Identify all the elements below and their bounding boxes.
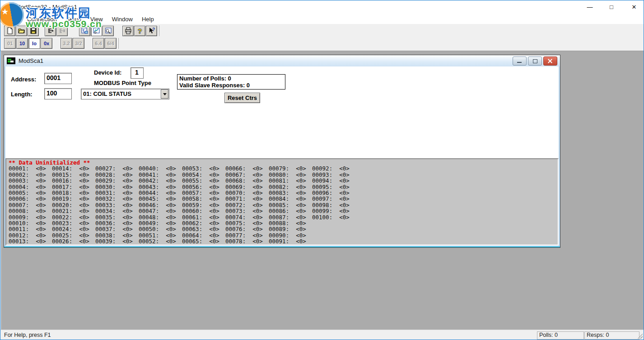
- maximize-button[interactable]: □: [604, 0, 619, 14]
- minimize-icon: [517, 62, 522, 63]
- register-cell: 00010: <0>: [9, 220, 52, 226]
- data-chart-icon: [93, 27, 100, 34]
- child-window-title: ModSca1: [19, 57, 43, 64]
- register-cell: 00043: <0>: [139, 184, 182, 190]
- register-cell: 00072: <0>: [225, 202, 269, 208]
- child-close-button[interactable]: [543, 57, 557, 66]
- register-cell: 00024: <0>: [52, 226, 95, 232]
- format-decimal-button[interactable]: 10: [16, 38, 28, 49]
- register-row: 00012: <0>00025: <0>00038: <0>00051: <0>…: [9, 232, 558, 238]
- register-row: 00010: <0>00023: <0>00036: <0>00049: <0>…: [9, 220, 558, 226]
- child-title-bar[interactable]: ModSca1: [4, 55, 560, 66]
- register-cell: 00029: <0>: [95, 178, 139, 184]
- register-cell: 00031: <0>: [95, 190, 139, 196]
- new-file-button[interactable]: [4, 26, 15, 36]
- register-cell: 00015: <0>: [52, 172, 95, 178]
- register-cell: 00074: <0>: [225, 214, 269, 220]
- connect-button[interactable]: [45, 26, 56, 36]
- register-cell: 00082: <0>: [269, 184, 312, 190]
- open-file-button[interactable]: [16, 26, 27, 36]
- new-file-icon: [6, 27, 14, 34]
- register-cell: 00020: <0>: [52, 202, 95, 208]
- menu-setup[interactable]: Setup: [61, 15, 86, 24]
- format-hex-button[interactable]: 0x: [41, 38, 52, 49]
- point-type-value: 01: COIL STATUS: [81, 89, 169, 97]
- register-grid: 00001: <0>00014: <0>00027: <0>00040: <0>…: [9, 165, 558, 244]
- register-cell: 00039: <0>: [95, 238, 139, 244]
- context-help-button[interactable]: ?: [146, 26, 157, 36]
- menu-view[interactable]: View: [86, 15, 107, 24]
- register-cell: 00006: <0>: [9, 196, 52, 202]
- register-cell: 00008: <0>: [9, 208, 52, 214]
- register-cell: 00079: <0>: [269, 165, 312, 171]
- register-cell: 00056: <0>: [182, 184, 225, 190]
- combo-dropdown-button[interactable]: [161, 90, 168, 99]
- menu-connection[interactable]: Connection: [23, 15, 61, 24]
- register-cell: 00025: <0>: [52, 232, 95, 238]
- format-binary-button[interactable]: 01: [4, 38, 16, 49]
- help-icon: ?: [138, 27, 142, 35]
- register-cell: 00023: <0>: [52, 220, 95, 226]
- toolbar-separator: [159, 25, 159, 36]
- register-cell: 00017: <0>: [52, 184, 95, 190]
- print-button[interactable]: [122, 26, 134, 36]
- register-row: 00004: <0>00017: <0>00030: <0>00043: <0>…: [9, 184, 558, 190]
- menu-file[interactable]: File: [4, 15, 23, 24]
- help-button[interactable]: ?: [134, 26, 145, 36]
- register-cell: 00083: <0>: [269, 190, 312, 196]
- open-folder-icon: [18, 27, 25, 34]
- register-cell: 00062: <0>: [182, 220, 225, 226]
- display-definition-button[interactable]: [79, 26, 90, 36]
- address-input[interactable]: 0001: [44, 73, 72, 84]
- length-input[interactable]: 100: [44, 88, 72, 99]
- register-cell: 00054: <0>: [182, 172, 225, 178]
- menu-help[interactable]: Help: [137, 15, 159, 24]
- format-swapped-float-button[interactable]: 3/2: [73, 38, 84, 49]
- register-cell: 00091: <0>: [269, 238, 312, 244]
- register-cell: 00002: <0>: [9, 172, 52, 178]
- point-type-combobox[interactable]: 01: COIL STATUS: [81, 89, 169, 99]
- register-cell: 00059: <0>: [182, 202, 225, 208]
- menu-bar: File Connection Setup View Window Help: [0, 14, 644, 24]
- register-cell: 00044: <0>: [139, 190, 182, 196]
- register-cell: 00080: <0>: [269, 172, 312, 178]
- minimize-button[interactable]: —: [582, 0, 597, 14]
- close-button[interactable]: ✕: [626, 0, 642, 14]
- register-cell: 00089: <0>: [269, 226, 312, 232]
- register-cell: 00036: <0>: [95, 220, 139, 226]
- menu-window[interactable]: Window: [107, 15, 137, 24]
- register-cell: 00077: <0>: [225, 232, 269, 238]
- status-bar: For Help, press F1 Polls: 0 Resps: 0: [0, 330, 644, 340]
- child-maximize-button[interactable]: [528, 57, 542, 66]
- status-polls: Polls: 0: [537, 331, 584, 340]
- register-row: 00005: <0>00018: <0>00031: <0>00044: <0>…: [9, 190, 558, 196]
- toolbar-separator: [118, 38, 119, 49]
- format-swapped-double-button[interactable]: 6/4: [105, 38, 117, 49]
- register-row: 00003: <0>00016: <0>00029: <0>00042: <0>…: [9, 178, 558, 184]
- register-row: 00007: <0>00020: <0>00033: <0>00046: <0>…: [9, 202, 558, 208]
- register-cell: 00081: <0>: [269, 178, 312, 184]
- register-cell: 00076: <0>: [225, 226, 269, 232]
- display-data-button[interactable]: [91, 26, 102, 36]
- register-cell: 00087: <0>: [269, 214, 312, 220]
- register-cell: 00034: <0>: [95, 208, 139, 214]
- device-id-input[interactable]: 1: [131, 67, 144, 79]
- format-float-button[interactable]: 3.2: [61, 38, 72, 49]
- register-cell: 00053: <0>: [182, 165, 225, 171]
- svg-text:?: ?: [152, 27, 155, 32]
- modscan32-window: ModScan32 - ModSca1 — □ ✕ File Connectio…: [0, 0, 644, 340]
- save-button[interactable]: [28, 26, 39, 36]
- display-traffic-button[interactable]: [103, 26, 114, 36]
- format-integer-button[interactable]: Io: [28, 38, 40, 49]
- traffic-magnifier-icon: [105, 27, 112, 34]
- modsca1-child-window: ModSca1 Address: 0001 Length: 100 Device…: [4, 55, 560, 248]
- register-cell: 00066: <0>: [225, 165, 269, 171]
- reset-ctrs-button[interactable]: Reset Ctrs: [224, 93, 260, 103]
- register-cell: 00064: <0>: [182, 232, 225, 238]
- window-title: ModScan32 - ModSca1: [16, 4, 77, 10]
- disconnect-button[interactable]: [56, 26, 68, 36]
- child-minimize-button[interactable]: [513, 57, 527, 66]
- number-of-polls: Number of Polls: 0: [179, 75, 285, 82]
- format-double-button[interactable]: 6.4: [93, 38, 104, 49]
- register-cell: 00030: <0>: [95, 184, 139, 190]
